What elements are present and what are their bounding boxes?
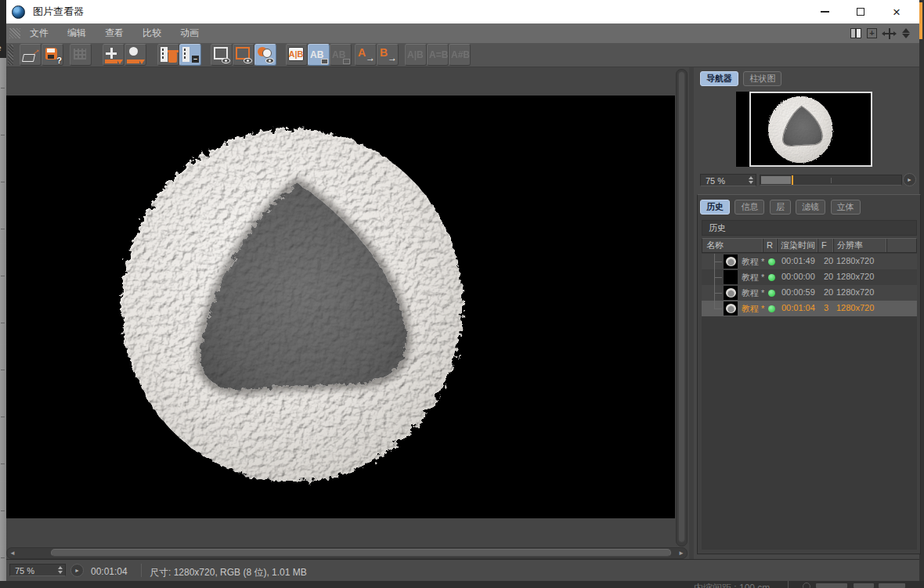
menu-file[interactable]: 文件	[20, 23, 58, 43]
background-status-icon	[803, 583, 810, 588]
col-extra	[886, 239, 911, 252]
navigator-tabs: 导航器 柱状图	[700, 70, 783, 86]
history-table: 名称 R 渲染时间 F 分辨率 教程 * 00:01:49	[702, 238, 917, 550]
grid-icon	[74, 49, 86, 60]
table-row[interactable]: 教程 * 00:01:49 20 1280x720	[702, 254, 917, 269]
compare-ab-button[interactable]: A|B	[286, 44, 308, 66]
menu-edit[interactable]: 编辑	[58, 23, 96, 43]
step-up-icon[interactable]	[749, 176, 753, 179]
col-r[interactable]: R	[763, 239, 777, 252]
tab-histogram[interactable]: 柱状图	[743, 71, 781, 86]
eye-icon	[265, 58, 274, 63]
split-view-icon[interactable]	[850, 28, 862, 39]
maximize-button[interactable]	[843, 0, 879, 23]
table-row[interactable]: 教程 * 00:00:00 20 1280x720	[702, 269, 917, 285]
link-ab-button: A=B	[427, 44, 449, 66]
window-title: 图片查看器	[33, 5, 84, 19]
table-row[interactable]: 教程 * 00:00:59 20 1280x720	[702, 285, 917, 301]
col-render-time[interactable]: 渲染时间	[777, 239, 818, 252]
render-status-icon	[768, 305, 775, 312]
navigator-preview-area[interactable]	[736, 92, 872, 167]
col-f[interactable]: F	[818, 239, 833, 252]
tab-info[interactable]: 信息	[735, 200, 764, 215]
menu-compare[interactable]: 比较	[133, 23, 171, 43]
show-spheres-button[interactable]	[254, 44, 276, 66]
row-thumbnail	[724, 254, 738, 269]
col-resolution[interactable]: 分辨率	[833, 239, 886, 252]
row-resolution: 1280x720	[836, 256, 874, 265]
history-section-title: 历史	[702, 220, 917, 236]
step-up-icon[interactable]	[58, 566, 63, 569]
set-b-button[interactable]: B→	[377, 44, 399, 66]
row-name: 教程 *	[742, 272, 764, 283]
scroll-left-icon[interactable]: ◄	[7, 550, 18, 557]
horizontal-scrollbar[interactable]: ◄ ►	[6, 547, 688, 559]
horizontal-scroll-thumb[interactable]	[51, 549, 671, 557]
compare-overlay-button[interactable]: AB	[308, 44, 330, 66]
statusbar-zoom-box[interactable]: 75 %	[9, 564, 66, 576]
statusbar-time: 00:01:04	[91, 566, 128, 577]
col-name[interactable]: 名称	[702, 239, 763, 252]
zoom-slider[interactable]	[760, 175, 902, 186]
statusbar-image-info: 尺寸: 1280x720, RGB (8 位), 1.01 MB	[150, 566, 307, 579]
remove-image-button[interactable]: –	[179, 44, 201, 66]
eye-icon	[244, 58, 252, 63]
picture-viewer-window: 图片查看器 × 文件 编辑 查看 比较 动画 +	[6, 0, 919, 581]
tab-layer[interactable]: 层	[770, 200, 791, 215]
image-canvas[interactable]: ◄ ►	[6, 67, 689, 559]
show-frame-a-button[interactable]	[211, 44, 233, 66]
row-frames: 20	[824, 287, 833, 297]
history-panel: 历史 信息 层 滤镜 立体 历史 名称 R 渲染时间 F 分辨率	[697, 194, 921, 554]
show-frame-b-button[interactable]	[233, 44, 254, 66]
set-a-button[interactable]: A→	[355, 44, 377, 66]
toolbar: → ? – A|B AB AB A→ B→ A|B A=B A#B	[6, 43, 919, 67]
tab-stereo[interactable]: 立体	[831, 200, 861, 215]
statusbar-options-button[interactable]: ►	[70, 564, 84, 577]
vertical-scrollbar[interactable]	[676, 69, 688, 547]
vertical-scroll-thumb[interactable]	[678, 71, 685, 543]
tab-navigator[interactable]: 导航器	[700, 71, 738, 86]
row-thumbnail	[724, 301, 738, 316]
arrange-down-button[interactable]	[103, 44, 125, 66]
navigator-view-frame[interactable]	[749, 92, 872, 167]
rendered-image[interactable]	[6, 96, 675, 518]
tab-history[interactable]: 历史	[700, 200, 730, 215]
toolbar-grip-icon[interactable]	[8, 45, 13, 65]
row-resolution: 1280x720	[836, 287, 874, 297]
maximize-icon	[857, 8, 864, 16]
table-row-selected[interactable]: 教程 * 00:01:04 3 1280x720	[702, 301, 917, 316]
resize-view-icon[interactable]	[900, 28, 911, 39]
render-status-icon	[768, 274, 775, 281]
row-render-time: 00:00:59	[781, 287, 815, 297]
tab-filter[interactable]: 滤镜	[796, 200, 825, 215]
row-thumbnail	[724, 270, 738, 284]
close-button[interactable]: ×	[879, 0, 915, 23]
save-image-button[interactable]: ?	[42, 44, 63, 66]
open-image-button[interactable]: →	[20, 44, 42, 66]
delete-image-button[interactable]	[157, 44, 179, 66]
history-tabs: 历史 信息 层 滤镜 立体	[700, 199, 862, 215]
menu-view[interactable]: 查看	[96, 23, 133, 43]
menu-animation[interactable]: 动画	[171, 23, 208, 43]
row-resolution: 1280x720	[836, 303, 874, 312]
zoom-slider-handle[interactable]	[792, 175, 793, 185]
menu-grip-icon[interactable]	[9, 28, 20, 38]
move-view-icon[interactable]	[883, 28, 895, 39]
minimize-button[interactable]	[807, 0, 843, 23]
step-down-icon[interactable]	[58, 571, 63, 574]
render-settings-button	[70, 44, 92, 66]
statusbar-zoom-stepper[interactable]	[58, 566, 63, 574]
history-table-header: 名称 R 渲染时间 F 分辨率	[702, 238, 917, 253]
row-frames: 20	[824, 272, 833, 281]
zoom-options-button[interactable]: ►	[903, 173, 916, 186]
zoom-stepper[interactable]	[749, 176, 753, 184]
step-down-icon[interactable]	[749, 181, 753, 184]
row-render-time: 00:01:49	[781, 256, 815, 265]
add-view-icon[interactable]: +	[867, 28, 879, 39]
scroll-right-icon[interactable]: ►	[676, 550, 687, 557]
person-down-button[interactable]	[125, 44, 146, 66]
background-ruler-strip	[0, 58, 6, 581]
zoom-value-box[interactable]: 75 %	[700, 174, 756, 186]
floppy-icon	[45, 48, 57, 60]
row-render-time: 00:01:04	[781, 303, 815, 312]
